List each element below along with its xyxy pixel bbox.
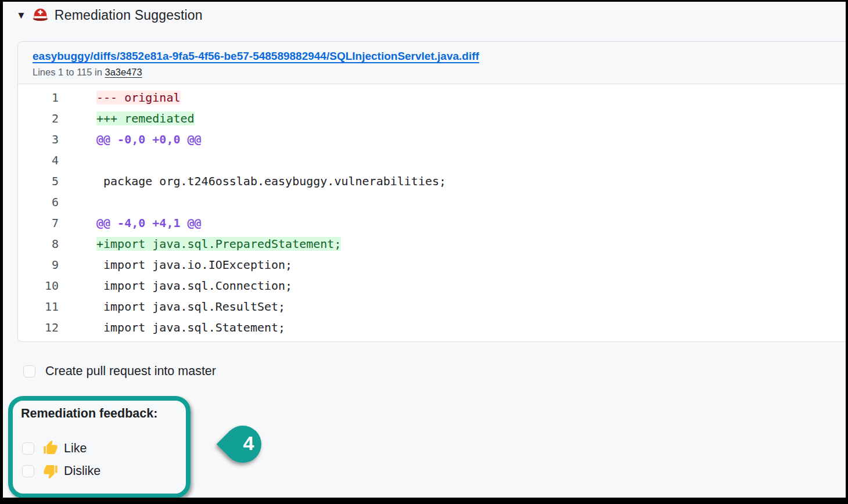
lines-range-label: Lines 1 to 115 in [33,67,102,77]
dislike-checkbox[interactable] [22,465,34,477]
annotation-number: 4 [231,424,267,462]
feedback-option-dislike: Dislike [22,463,186,479]
diff-lines-info: Lines 1 to 115 in 3a3e473 [33,67,840,78]
line-number: 12 [18,317,59,338]
code-line: 6 [18,192,846,213]
code-line: 2+++ remediated [18,108,846,129]
code-line: 9 import java.io.IOException; [18,254,846,275]
code-line: 1--- original [18,87,846,108]
code-text: import java.io.IOException; [96,254,292,275]
like-checkbox[interactable] [22,442,34,455]
feedback-option-like: Like [22,440,186,456]
thumbs-up-icon [42,440,59,456]
code-text: import java.sql.Statement; [96,317,285,338]
code-line: 4 [18,150,846,171]
section-title: Remediation Suggestion [55,8,203,23]
code-text: @@ -4,0 +4,1 @@ [96,213,202,233]
line-number: 8 [18,233,59,254]
remediation-suggestion-summary[interactable]: ▼ Remediation Suggestion [16,7,203,24]
code-line: 5 package org.t246osslab.easybuggy.vulne… [18,171,846,192]
create-pr-row: Create pull request into master [23,364,216,379]
code-line: 8+import java.sql.PreparedStatement; [18,233,846,254]
diff-file-link[interactable]: easybuggy/diffs/3852e81a-9fa5-4f56-be57-… [33,50,479,63]
line-number: 3 [18,129,59,150]
line-number: 5 [18,171,59,192]
line-number: 9 [18,254,59,275]
diff-card-header: easybuggy/diffs/3852e81a-9fa5-4f56-be57-… [18,42,846,84]
line-number: 1 [18,87,59,108]
commit-link[interactable]: 3a3e473 [105,67,142,77]
page: ▼ Remediation Suggestion easybuggy/diffs… [3,2,846,498]
code-block: 1--- original2+++ remediated3@@ -0,0 +0,… [18,84,846,338]
code-text: +import java.sql.PreparedStatement; [96,233,341,254]
code-text: +++ remediated [96,108,195,129]
create-pr-checkbox[interactable] [23,365,35,377]
line-number: 2 [18,108,59,129]
create-pr-label: Create pull request into master [45,364,216,379]
line-number: 6 [18,192,59,213]
code-text: import java.sql.Connection; [96,275,292,296]
code-line: 3@@ -0,0 +0,0 @@ [18,129,846,150]
line-number: 10 [18,275,59,296]
triangle-down-icon[interactable]: ▼ [16,10,26,20]
remediation-feedback-box: Remediation feedback: Like Dislike [8,396,191,498]
code-line: 10 import java.sql.Connection; [18,275,846,296]
code-text: package org.t246osslab.easybuggy.vulnera… [96,171,446,192]
rescue-helmet-icon [32,7,49,24]
code-line: 11 import java.sql.ResultSet; [18,296,846,317]
feedback-title: Remediation feedback: [21,406,186,421]
line-number: 4 [18,150,59,171]
line-number: 11 [18,296,59,317]
line-number: 7 [18,213,59,233]
code-text: @@ -0,0 +0,0 @@ [96,129,202,150]
diff-card: easybuggy/diffs/3852e81a-9fa5-4f56-be57-… [17,41,846,342]
code-line: 7@@ -4,0 +4,1 @@ [18,213,846,233]
code-text: --- original [96,87,181,108]
code-text: import java.sql.ResultSet; [96,296,285,317]
dislike-label: Dislike [64,464,100,478]
like-label: Like [64,441,87,456]
code-line: 12 import java.sql.Statement; [18,317,846,338]
thumbs-down-icon [42,463,59,479]
